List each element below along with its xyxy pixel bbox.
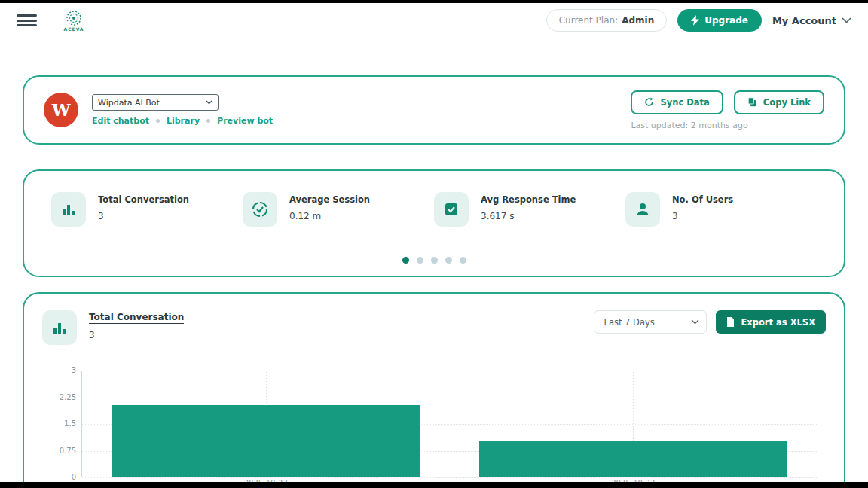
copy-icon: [747, 97, 757, 107]
chevron-down-icon: [691, 319, 699, 325]
chart-card: Total Conversation 3 Last 7 Days Export …: [23, 292, 845, 488]
carousel-dot[interactable]: [445, 257, 452, 264]
y-axis-tick: 3: [38, 366, 76, 374]
bar-2025-10-22[interactable]: [112, 405, 420, 477]
carousel-dot[interactable]: [402, 257, 409, 264]
export-xlsx-label: Export as XLSX: [741, 317, 815, 328]
y-axis-tick: 2.25: [38, 393, 76, 401]
bot-avatar: W: [44, 93, 78, 127]
brand-name: ACEVA: [63, 26, 84, 32]
my-account-label: My Account: [772, 15, 836, 26]
gridline-horizontal: [82, 398, 817, 398]
stat-value: 0.12 m: [289, 211, 370, 221]
carousel-dots: [24, 257, 844, 264]
stat-avg-response-time: Avg Response Time 3.617 s: [434, 192, 625, 227]
preview-bot-link[interactable]: Preview bot: [217, 116, 273, 126]
bar-chart-plot: 00.751.52.2532025-10-222025-10-23: [81, 371, 817, 477]
copy-link-label: Copy Link: [763, 97, 811, 108]
stat-average-session: Average Session 0.12 m: [243, 192, 434, 227]
my-account-menu[interactable]: My Account: [772, 15, 851, 26]
stat-value: 3: [672, 211, 733, 221]
sync-data-label: Sync Data: [660, 97, 709, 108]
bot-select-dropdown[interactable]: Wipdata AI Bot: [92, 94, 219, 111]
last-updated-text: Last updated: 2 months ago: [631, 120, 747, 130]
upgrade-button[interactable]: Upgrade: [677, 9, 762, 32]
export-xlsx-button[interactable]: Export as XLSX: [716, 310, 826, 334]
chart-title: Total Conversation: [89, 312, 184, 324]
bar-chart-icon: [51, 192, 86, 227]
screenshot-bottom-border: [0, 482, 868, 488]
carousel-dot[interactable]: [431, 257, 438, 264]
carousel-dot[interactable]: [417, 257, 423, 264]
stat-total-conversation: Total Conversation 3: [51, 192, 243, 227]
top-navbar: ACEVA Current Plan: Admin Upgrade My Acc…: [0, 3, 868, 38]
date-range-value: Last 7 Days: [594, 317, 683, 328]
bot-header-card: W Wipdata AI Bot Edit chatbot Library Pr…: [23, 75, 845, 145]
lightning-bolt-icon: [691, 15, 699, 26]
date-range-dropdown[interactable]: Last 7 Days: [594, 310, 707, 334]
carousel-dot[interactable]: [460, 257, 466, 264]
upgrade-label: Upgrade: [704, 15, 748, 26]
bar-2025-10-23[interactable]: [479, 441, 788, 477]
bot-select-value: Wipdata AI Bot: [98, 98, 160, 108]
stat-label: Total Conversation: [98, 194, 189, 205]
gridline-horizontal: [82, 371, 817, 371]
current-plan-value: Admin: [622, 15, 654, 26]
stat-label: Average Session: [289, 194, 370, 205]
current-plan-badge: Current Plan: Admin: [546, 9, 668, 32]
chart-total-value: 3: [89, 330, 184, 340]
stat-label: Avg Response Time: [481, 194, 576, 205]
screenshot-top-border: [0, 0, 868, 3]
aceva-logo-mark: [63, 10, 84, 28]
edit-chatbot-link[interactable]: Edit chatbot: [92, 116, 149, 126]
user-icon: [625, 192, 660, 227]
library-link[interactable]: Library: [167, 116, 200, 126]
chevron-down-icon: [206, 100, 212, 105]
aceva-logo[interactable]: ACEVA: [63, 10, 84, 32]
bar-chart-icon: [42, 310, 77, 345]
stats-summary-card: Total Conversation 3 Average Session 0.1…: [23, 169, 845, 277]
stat-no-of-users: No. Of Users 3: [625, 192, 817, 227]
current-plan-label: Current Plan:: [559, 15, 618, 26]
y-axis-tick: 0.75: [38, 447, 76, 455]
dot-separator: [156, 119, 160, 123]
stat-value: 3.617 s: [481, 211, 576, 221]
file-icon: [726, 317, 735, 327]
dot-separator: [206, 119, 210, 123]
chevron-down-icon: [842, 17, 851, 23]
stat-label: No. Of Users: [672, 194, 733, 205]
y-axis-tick: 0: [38, 473, 76, 481]
gridline-horizontal: [82, 477, 817, 478]
hamburger-menu-icon[interactable]: [17, 14, 37, 26]
check-circle-icon: [243, 192, 277, 227]
check-square-icon: [434, 192, 469, 227]
stat-value: 3: [98, 211, 189, 221]
sync-data-button[interactable]: Sync Data: [631, 90, 723, 114]
refresh-icon: [644, 97, 654, 107]
copy-link-button[interactable]: Copy Link: [734, 90, 824, 114]
y-axis-tick: 1.5: [38, 419, 76, 428]
